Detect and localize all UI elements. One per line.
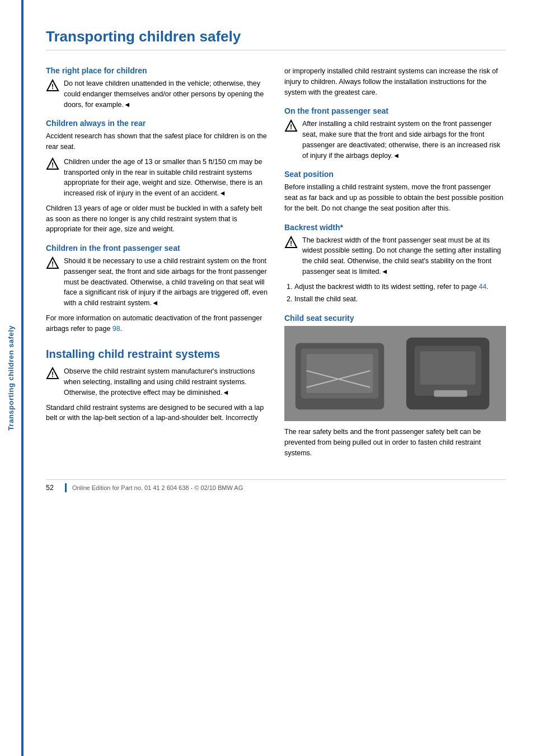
warning-unattended: ! Do not leave children unattended in th… [46, 78, 268, 110]
para-front-airbags: For more information on automatic deacti… [46, 313, 268, 334]
two-col-layout: The right place for children ! Do not le… [46, 66, 506, 463]
warning-triangle-icon: ! [46, 79, 59, 92]
warning-installing-text: Observe the child restraint system manuf… [64, 366, 268, 398]
warning-triangle-icon-6: ! [284, 236, 298, 249]
warning-front-seat: ! Should it be necessary to use a child … [46, 256, 268, 309]
warning-triangle-icon-4: ! [46, 367, 59, 380]
heading-installing: Installing child restraint systems [46, 347, 268, 361]
left-column: The right place for children ! Do not le… [46, 66, 268, 463]
heading-seat-position: Seat position [284, 170, 506, 179]
warning-unattended-text: Do not leave children unattended in the … [64, 78, 268, 110]
para-children-rear: Accident research has shown that the saf… [46, 131, 268, 152]
page-number: 52 [46, 484, 54, 492]
svg-rect-18 [420, 351, 476, 384]
child-seat-image [284, 326, 506, 421]
link-page-98[interactable]: 98 [113, 325, 120, 333]
page-footer: 52 Online Edition for Part no. 01 41 2 6… [46, 479, 506, 492]
list-item-2: Install the child seat. [294, 294, 506, 305]
warning-triangle-icon-2: ! [46, 157, 59, 171]
svg-text:!: ! [51, 161, 54, 169]
warning-installing: ! Observe the child restraint system man… [46, 366, 268, 398]
warning-children-under-13-text: Children under the age of 13 or smaller … [64, 157, 268, 199]
para-standard-restraints: Standard child restraint systems are des… [46, 403, 268, 424]
list-item-1: Adjust the backrest width to its widest … [294, 282, 506, 292]
warning-triangle-icon-3: ! [46, 256, 59, 270]
link-page-44[interactable]: 44 [479, 283, 486, 291]
heading-child-seat-security: Child seat security [284, 314, 506, 323]
svg-text:!: ! [51, 371, 54, 379]
page-title: Transporting children safely [46, 28, 506, 50]
heading-backrest-width: Backrest width* [284, 223, 506, 232]
warning-backrest: ! The backrest width of the front passen… [284, 235, 506, 277]
svg-rect-19 [434, 390, 467, 397]
heading-children-front: Children in the front passenger seat [46, 244, 268, 253]
warning-backrest-text: The backrest width of the front passenge… [302, 235, 506, 277]
warning-children-under-13: ! Children under the age of 13 or smalle… [46, 157, 268, 199]
page-wrapper: Transporting children safely Transportin… [0, 0, 534, 756]
para-improperly-installed: or improperly installed child restraint … [284, 66, 506, 97]
warning-front-seat-text: Should it be necessary to use a child re… [64, 256, 268, 309]
warning-triangle-icon-5: ! [284, 119, 298, 133]
heading-right-place: The right place for children [46, 66, 268, 75]
backrest-steps-list: Adjust the backrest width to its widest … [284, 282, 506, 305]
svg-text:!: ! [51, 83, 54, 91]
para-child-seat-security: The rear safety belts and the front pass… [284, 427, 506, 458]
para-children-13: Children 13 years of age or older must b… [46, 203, 268, 235]
svg-text:!: ! [51, 260, 54, 268]
svg-text:!: ! [290, 123, 292, 131]
para-seat-position: Before installing a child restraint syst… [284, 182, 506, 213]
right-column: or improperly installed child restraint … [284, 66, 506, 463]
sidebar-label: Transporting children safely [7, 325, 15, 431]
warning-front-passenger: ! After installing a child restraint sys… [284, 119, 506, 161]
heading-front-passenger-seat: On the front passenger seat [284, 106, 506, 115]
sidebar: Transporting children safely [0, 0, 21, 756]
svg-text:!: ! [290, 240, 292, 248]
footer-blue-line [65, 483, 67, 492]
footer-copyright: Online Edition for Part no. 01 41 2 604 … [72, 484, 243, 491]
main-content: Transporting children safely The right p… [24, 0, 534, 756]
heading-children-rear: Children always in the rear [46, 119, 268, 128]
warning-front-passenger-text: After installing a child restraint syste… [302, 119, 506, 161]
